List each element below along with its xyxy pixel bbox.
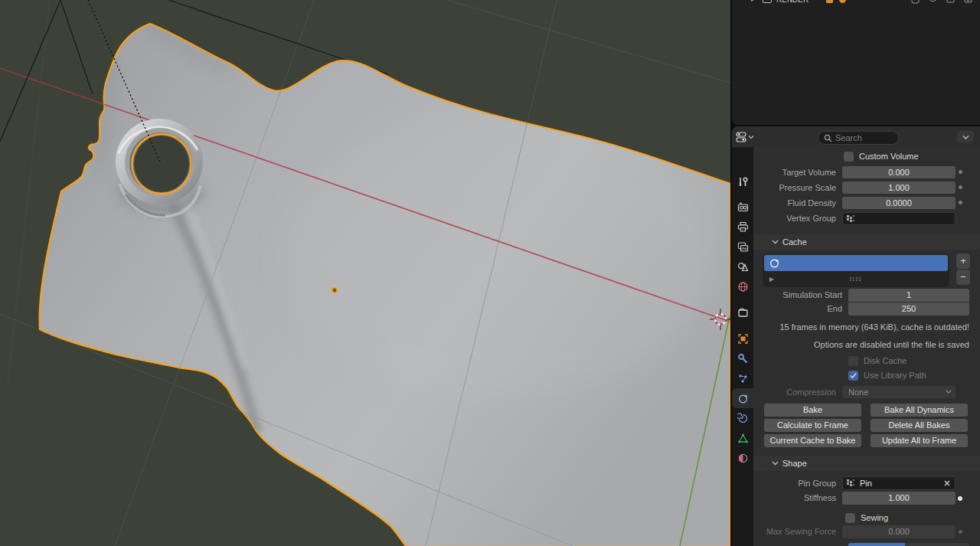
outliner-row[interactable]: RENDER bbox=[732, 0, 980, 5]
stiffness-field[interactable]: 1.000 bbox=[842, 492, 956, 505]
tab-render[interactable] bbox=[732, 197, 753, 217]
bake-all-dynamics-button[interactable]: Bake All Dynamics bbox=[871, 404, 968, 417]
remove-cache-button[interactable]: − bbox=[956, 270, 970, 285]
custom-volume-label: Custom Volume bbox=[859, 151, 919, 162]
collection-icon bbox=[763, 0, 772, 3]
shrinking-factor-slider[interactable] bbox=[848, 543, 969, 546]
decorator-dot[interactable] bbox=[959, 185, 962, 189]
cache-info-memory: 15 frames in memory (643 KiB), cache is … bbox=[779, 322, 969, 332]
decorator-dot[interactable] bbox=[958, 496, 962, 501]
tab-world[interactable] bbox=[732, 276, 753, 296]
cache-list[interactable] bbox=[763, 253, 949, 287]
max-sewing-force-label: Max Sewing Force bbox=[753, 525, 836, 538]
restrict-hide-icon[interactable] bbox=[929, 0, 937, 4]
max-sewing-force-field[interactable]: 0.000 bbox=[842, 525, 956, 538]
pressure-scale-label: Pressure Scale bbox=[753, 181, 836, 194]
tab-object-data[interactable] bbox=[732, 428, 753, 448]
vertex-group-icon bbox=[846, 479, 855, 488]
properties-tab-strip bbox=[732, 147, 753, 546]
tab-scene[interactable] bbox=[732, 257, 753, 276]
object-properties-icon bbox=[737, 333, 749, 345]
restrict-viewport-icon[interactable] bbox=[946, 0, 955, 4]
object-data-properties-icon bbox=[737, 433, 749, 444]
tab-collection[interactable] bbox=[732, 302, 753, 322]
add-cache-button[interactable]: + bbox=[956, 253, 970, 269]
clear-icon[interactable] bbox=[943, 479, 951, 487]
use-library-path-label: Use Library Path bbox=[864, 370, 926, 381]
tab-output[interactable] bbox=[732, 217, 753, 237]
restrict-select-icon[interactable] bbox=[911, 0, 920, 4]
vertex-group-label: Vertex Group bbox=[753, 212, 836, 224]
mesh-data-icon bbox=[838, 0, 847, 4]
calculate-to-frame-button[interactable]: Calculate to Frame bbox=[764, 419, 861, 432]
header-menu-button[interactable] bbox=[957, 131, 974, 142]
delete-all-bakes-button[interactable]: Delete All Bakes bbox=[871, 419, 968, 432]
tab-particles[interactable] bbox=[732, 368, 753, 388]
sewing-label: Sewing bbox=[861, 512, 888, 523]
render-properties-icon bbox=[737, 201, 749, 213]
target-volume-field[interactable]: 0.000 bbox=[842, 166, 956, 178]
tab-object[interactable] bbox=[732, 329, 753, 348]
properties-header: Search bbox=[732, 126, 980, 148]
target-volume-label: Target Volume bbox=[753, 166, 836, 178]
vertex-group-field[interactable] bbox=[842, 212, 956, 225]
update-all-to-frame-button[interactable]: Update All to Frame bbox=[871, 434, 968, 447]
tab-physics[interactable] bbox=[732, 388, 753, 408]
cache-panel-header[interactable]: Cache bbox=[753, 234, 980, 250]
use-library-path-checkbox[interactable] bbox=[848, 371, 858, 381]
mesh-object-icon bbox=[825, 0, 834, 4]
end-label: End bbox=[753, 302, 842, 315]
decorator-dot[interactable] bbox=[959, 530, 962, 534]
pin-group-label: Pin Group bbox=[753, 477, 836, 489]
3d-viewport[interactable] bbox=[0, 0, 730, 546]
tab-constraints[interactable] bbox=[732, 408, 753, 428]
chevron-down-icon bbox=[772, 240, 779, 244]
decorator-dot[interactable] bbox=[959, 201, 962, 204]
tab-tool[interactable] bbox=[732, 172, 753, 191]
bake-button[interactable]: Bake bbox=[764, 404, 861, 417]
constraint-properties-icon bbox=[737, 413, 749, 424]
chevron-down-icon bbox=[946, 390, 952, 394]
end-field[interactable]: 250 bbox=[848, 302, 969, 316]
disk-cache-checkbox[interactable] bbox=[848, 356, 858, 366]
shape-panel-header[interactable]: Shape bbox=[753, 456, 980, 471]
sewing-checkbox[interactable] bbox=[845, 513, 855, 523]
fluid-density-field[interactable]: 0.0000 bbox=[842, 197, 956, 209]
collection-name[interactable]: RENDER bbox=[776, 0, 808, 4]
editor-type-button[interactable] bbox=[736, 130, 762, 144]
simulation-start-label: Simulation Start bbox=[753, 289, 842, 301]
simulation-start-field[interactable]: 1 bbox=[848, 289, 969, 302]
compression-dropdown[interactable]: None bbox=[842, 386, 956, 398]
vertex-group-icon bbox=[846, 214, 855, 224]
outliner-editor[interactable]: RENDER bbox=[732, 0, 980, 125]
cache-grip-icon[interactable] bbox=[849, 276, 863, 282]
pressure-scale-field[interactable]: 1.000 bbox=[842, 181, 956, 194]
view-layer-properties-icon bbox=[737, 241, 749, 253]
current-cache-to-bake-button[interactable]: Current Cache to Bake bbox=[764, 434, 861, 447]
cache-expand-icon[interactable] bbox=[769, 276, 775, 283]
pin-group-field[interactable]: Pin bbox=[842, 476, 956, 490]
tab-view-layer[interactable] bbox=[732, 237, 753, 257]
cache-panel-title: Cache bbox=[782, 234, 807, 250]
search-input[interactable]: Search bbox=[818, 131, 899, 145]
particle-properties-icon bbox=[737, 373, 749, 384]
restrict-render-icon[interactable] bbox=[964, 0, 972, 4]
expand-icon[interactable] bbox=[750, 0, 756, 2]
cache-list-item[interactable] bbox=[764, 255, 948, 271]
collection-properties-icon bbox=[737, 307, 749, 319]
world-properties-icon bbox=[737, 281, 749, 293]
modifier-properties-icon bbox=[737, 353, 749, 365]
cache-info-disabled: Options are disabled until the file is s… bbox=[814, 340, 969, 349]
tab-material[interactable] bbox=[732, 448, 753, 468]
physics-panel-content: Custom Volume Target Volume 0.000 Pressu… bbox=[753, 147, 980, 546]
check-icon bbox=[849, 371, 858, 380]
blender-window: { "colors": { "accent_orange": "#f9a11b"… bbox=[0, 0, 980, 546]
custom-volume-checkbox[interactable] bbox=[844, 152, 854, 162]
decorator-dot[interactable] bbox=[959, 170, 962, 174]
compression-label: Compression bbox=[753, 386, 836, 398]
tab-modifiers[interactable] bbox=[732, 348, 753, 368]
disk-cache-label: Disk Cache bbox=[864, 355, 906, 366]
chevron-down-icon bbox=[962, 134, 969, 140]
chevron-down-icon bbox=[772, 461, 779, 466]
output-properties-icon bbox=[737, 221, 749, 233]
